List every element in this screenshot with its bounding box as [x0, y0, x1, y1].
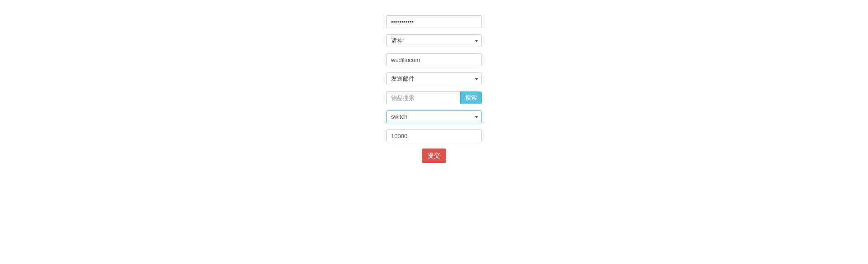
- server-select-group: 诸神: [386, 34, 482, 47]
- action-select[interactable]: 发送邮件: [386, 72, 482, 85]
- password-group: [386, 15, 482, 28]
- submit-row: 提交: [386, 149, 482, 163]
- type-select[interactable]: switch: [386, 110, 482, 123]
- item-search-group: 搜索: [386, 91, 482, 104]
- server-select-wrap: 诸神: [386, 34, 482, 47]
- item-search-input[interactable]: [386, 91, 460, 104]
- action-select-wrap: 发送邮件: [386, 72, 482, 85]
- type-select-group: switch: [386, 110, 482, 123]
- server-select[interactable]: 诸神: [386, 34, 482, 47]
- item-search-input-group: 搜索: [386, 91, 482, 104]
- type-select-wrap: switch: [386, 110, 482, 123]
- amount-group: [386, 130, 482, 142]
- submit-button[interactable]: 提交: [422, 149, 446, 163]
- form-container: 诸神 发送邮件 搜索 switch 提交: [386, 0, 482, 163]
- url-field-group: [386, 53, 482, 66]
- amount-field[interactable]: [386, 130, 482, 142]
- action-select-group: 发送邮件: [386, 72, 482, 85]
- search-button-wrap: 搜索: [460, 91, 482, 104]
- password-field[interactable]: [386, 15, 482, 28]
- search-button[interactable]: 搜索: [460, 91, 482, 104]
- url-field[interactable]: [386, 53, 482, 66]
